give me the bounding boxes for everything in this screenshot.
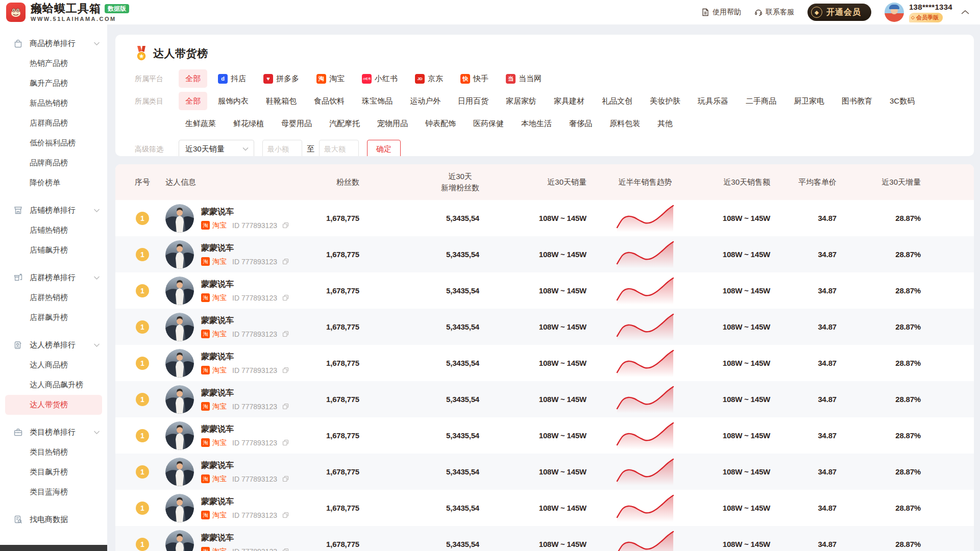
table-row: 1 蒙蒙说车淘淘宝ID 7778931231,678,7755,3435,541… [115, 345, 974, 381]
category-tab[interactable]: 汽配摩托 [323, 114, 366, 133]
category-tab[interactable]: 全部 [179, 92, 207, 110]
jd-icon: JD [415, 74, 425, 84]
max-amount-input[interactable] [319, 140, 359, 156]
talent-avatar[interactable] [165, 349, 194, 378]
talent-avatar[interactable] [165, 458, 194, 486]
taobao-icon: 淘 [201, 221, 210, 230]
category-tab[interactable]: 家居家纺 [499, 92, 543, 110]
sidebar-item[interactable]: 店群热销榜 [0, 288, 107, 308]
open-vip-button[interactable]: ◆ 开通会员 [807, 4, 871, 21]
talent-avatar[interactable] [165, 277, 194, 305]
category-tab[interactable]: 奢侈品 [562, 114, 599, 133]
category-tab[interactable]: 日用百货 [451, 92, 495, 110]
rank-cell: 1 [130, 345, 165, 381]
sidebar-item[interactable]: 店铺飙升榜 [0, 240, 107, 260]
talent-avatar[interactable] [165, 530, 194, 551]
sidebar-item[interactable]: 类目蓝海榜 [0, 482, 107, 502]
category-tab[interactable]: 本地生活 [514, 114, 558, 133]
category-tab[interactable]: 服饰内衣 [211, 92, 255, 110]
sidebar-group-bag[interactable]: 商品榜单排行 [0, 34, 107, 54]
category-tab[interactable]: 钟表配饰 [419, 114, 462, 133]
new-fans-cell: 5,3435,54 [359, 200, 479, 236]
sidebar-item[interactable]: 店群飙升榜 [0, 308, 107, 328]
sidebar-item[interactable]: 达人商品飙升榜 [0, 375, 107, 395]
talent-avatar[interactable] [165, 240, 194, 269]
new-fans-cell: 5,3435,54 [359, 272, 479, 309]
min-amount-input[interactable] [262, 140, 302, 156]
platform-tab-xiaohongshu[interactable]: 小红书小红书 [355, 69, 404, 88]
kuaishou-icon: 快 [460, 74, 470, 84]
rank-cell: 1 [130, 381, 165, 417]
chevron-up-icon[interactable] [961, 9, 970, 15]
category-tab[interactable]: 母婴用品 [275, 114, 318, 133]
platform-tab-doudian[interactable]: d抖店 [211, 69, 253, 88]
help-link[interactable]: 使用帮助 [701, 8, 741, 17]
new-fans-cell: 5,3435,54 [359, 490, 479, 526]
trend-sparkline [616, 385, 675, 413]
category-tab[interactable]: 其他 [651, 114, 679, 133]
category-tab[interactable]: 原料包装 [603, 114, 647, 133]
taobao-icon: 淘 [316, 74, 326, 84]
sidebar-group-briefcase[interactable]: 类目榜单排行 [0, 422, 107, 442]
category-tab[interactable]: 二手商品 [739, 92, 783, 110]
sidebar-item-find-ecom-data[interactable]: 找电商数据 [0, 510, 107, 530]
sidebar-item[interactable]: 达人带货榜 [5, 395, 102, 415]
sidebar-item[interactable]: 达人商品榜 [0, 355, 107, 375]
sidebar-item[interactable]: 店铺热销榜 [0, 220, 107, 240]
bag-icon [13, 39, 23, 48]
sidebar-group-shop[interactable]: 店铺榜单排行 [0, 201, 107, 220]
sidebar-item[interactable]: 低价福利品榜 [0, 133, 107, 153]
talent-avatar[interactable] [165, 204, 194, 233]
category-tab[interactable]: 医药保健 [467, 114, 510, 133]
table-row: 1 蒙蒙说车淘淘宝ID 7778931231,678,7755,3435,541… [115, 490, 974, 526]
sidebar-group-person-card[interactable]: 达人榜单排行 [0, 335, 107, 355]
sidebar-item[interactable]: 类目热销榜 [0, 442, 107, 462]
category-tab[interactable]: 3C数码 [883, 92, 921, 110]
category-tab[interactable]: 厨卫家电 [787, 92, 831, 110]
brand-logo-block[interactable]: 癞蛤蟆工具箱 数据版 WWW.51LAIHAMA.COM [6, 3, 129, 22]
sidebar-item[interactable]: 热销产品榜 [0, 54, 107, 73]
category-tab[interactable]: 运动户外 [403, 92, 447, 110]
talent-avatar[interactable] [165, 494, 194, 522]
rank-cell: 1 [130, 526, 165, 551]
platform-tab-all[interactable]: 全部 [179, 69, 207, 88]
category-tab[interactable]: 图书教育 [835, 92, 879, 110]
sidebar-item[interactable]: 降价榜单 [0, 173, 107, 193]
category-tab[interactable]: 鞋靴箱包 [259, 92, 303, 110]
platform-tab-pinduoduo[interactable]: ♥拼多多 [257, 69, 306, 88]
user-avatar[interactable] [885, 3, 904, 22]
confirm-button[interactable]: 确定 [367, 140, 401, 156]
platform-tab-kuaishou[interactable]: 快快手 [454, 69, 495, 88]
new-fans-cell: 5,3435,54 [359, 526, 479, 551]
category-tab[interactable]: 礼品文创 [595, 92, 639, 110]
sidebar-group-shop-group[interactable]: 店群榜单排行 [0, 268, 107, 288]
metric-select[interactable]: 近30天销量 [179, 140, 254, 156]
category-tab[interactable]: 珠宝饰品 [355, 92, 399, 110]
platform-tab-dangdang[interactable]: 当当当网 [499, 69, 548, 88]
talent-platform: 淘宝 [212, 257, 227, 266]
sidebar-item[interactable]: 类目飙升榜 [0, 462, 107, 482]
sidebar-item[interactable]: 飙升产品榜 [0, 73, 107, 93]
category-tab[interactable]: 家具建材 [547, 92, 591, 110]
platform-tab-taobao[interactable]: 淘淘宝 [310, 69, 351, 88]
category-tab[interactable]: 食品饮料 [307, 92, 351, 110]
doudian-icon: d [218, 74, 228, 84]
category-tab[interactable]: 宠物用品 [371, 114, 414, 133]
talent-avatar[interactable] [165, 385, 194, 414]
category-tab[interactable]: 生鲜蔬菜 [179, 114, 223, 133]
talent-id: ID 777893123 [232, 511, 277, 519]
talent-avatar[interactable] [165, 313, 194, 341]
talent-avatar[interactable] [165, 421, 194, 450]
sidebar-item[interactable]: 店群商品榜 [0, 113, 107, 133]
category-tab[interactable]: 玩具乐器 [691, 92, 735, 110]
talent-id: ID 777893123 [232, 403, 277, 411]
platform-tab-jd[interactable]: JD京东 [408, 69, 450, 88]
category-tab[interactable]: 美妆护肤 [643, 92, 687, 110]
sidebar-item[interactable]: 新品热销榜 [0, 93, 107, 113]
sidebar-bottom-bar[interactable] [0, 545, 107, 551]
table-row: 1 蒙蒙说车淘淘宝ID 7778931231,678,7755,3435,541… [115, 526, 974, 551]
support-link[interactable]: 联系客服 [754, 8, 794, 17]
chevron-down-icon [93, 430, 100, 435]
category-tab[interactable]: 鲜花绿植 [227, 114, 271, 133]
sidebar-item[interactable]: 品牌商品榜 [0, 153, 107, 173]
